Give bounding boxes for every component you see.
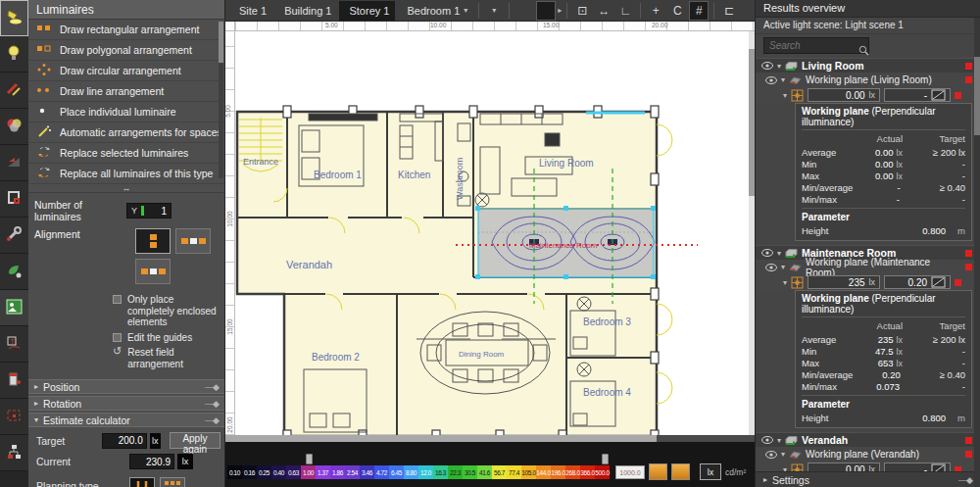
tree-value-row[interactable]: ▾0.00lx- bbox=[756, 462, 980, 471]
spotlight-tool-button[interactable] bbox=[0, 0, 28, 36]
tree-room-row[interactable]: ▾Living Room bbox=[756, 58, 980, 73]
panel-resize-handle[interactable]: ↔ bbox=[28, 184, 224, 193]
visibility-eye-icon[interactable] bbox=[761, 249, 773, 257]
target-input[interactable] bbox=[102, 433, 147, 449]
wrench-tool-button[interactable] bbox=[0, 218, 28, 254]
planning-type-grid-button[interactable] bbox=[160, 477, 185, 487]
scale-cell[interactable]: 16.3 bbox=[433, 465, 448, 479]
dimension-button[interactable]: ∟ bbox=[615, 1, 635, 21]
scale-max-input[interactable] bbox=[615, 465, 645, 479]
scale-cell[interactable]: 12.0 bbox=[418, 465, 433, 479]
visibility-eye-icon[interactable] bbox=[765, 264, 777, 271]
bulb-tool-button[interactable] bbox=[0, 36, 28, 73]
scale-cell[interactable]: 30.5 bbox=[463, 465, 477, 479]
planning-type-direct-button[interactable] bbox=[129, 477, 155, 487]
daylight-tool-button[interactable] bbox=[0, 145, 28, 181]
scale-min-handle[interactable] bbox=[306, 454, 313, 464]
section-position[interactable]: ▸Position—◆ bbox=[28, 379, 224, 394]
section-rotation[interactable]: ▸Rotation—◆ bbox=[28, 396, 224, 411]
canvas-horizontal-scrollbar[interactable] bbox=[225, 435, 755, 442]
tool-item-poly-arr[interactable]: Draw polygonal arrangement bbox=[28, 40, 224, 61]
move-button[interactable]: + bbox=[646, 1, 665, 21]
view-3d-button[interactable] bbox=[514, 1, 534, 21]
scale-cell[interactable]: 1.37 bbox=[316, 465, 330, 479]
scale-cell[interactable]: 22.3 bbox=[448, 465, 463, 479]
scale-cell[interactable]: 0.10 bbox=[227, 465, 242, 479]
tree-plane-row[interactable]: ▾Working plane (Living Room) bbox=[756, 73, 980, 87]
illuminance-summary-field[interactable]: 0.00lx bbox=[808, 88, 880, 102]
apply-again-button[interactable]: Apply again bbox=[170, 432, 220, 449]
expand-caret-icon[interactable]: ▾ bbox=[777, 249, 781, 258]
tab-bedroom-1[interactable]: Bedroom 1▾ bbox=[397, 1, 473, 21]
checkbox[interactable] bbox=[113, 333, 122, 342]
scale-cell[interactable]: 6.45 bbox=[389, 465, 404, 479]
option-reset-field-arrangement[interactable]: ↺Reset field arrangement bbox=[113, 347, 220, 369]
room-tool-button[interactable] bbox=[0, 181, 28, 218]
text-tool-button[interactable]: T bbox=[0, 326, 28, 363]
scale-cell[interactable]: 41.6 bbox=[477, 465, 492, 479]
pin-icon[interactable]: —◆ bbox=[958, 475, 972, 485]
tool-item-replace[interactable]: Replace all luminaires of this type bbox=[28, 164, 224, 184]
section-estimate-calculator[interactable]: ▾Estimate calculator—◆ bbox=[28, 413, 224, 427]
tree-room-row[interactable]: ▾Verandah bbox=[756, 432, 980, 447]
tree-plane-row[interactable]: ▾Working plane (Maintenance Room) bbox=[756, 260, 980, 274]
expand-caret-icon[interactable]: ▾ bbox=[781, 450, 785, 459]
pin-icon[interactable]: —◆ bbox=[205, 415, 219, 425]
option-checkbox-0[interactable]: Only place completely enclosed elements bbox=[113, 294, 220, 328]
tool-item-line-arr[interactable]: Draw line arrangement bbox=[28, 81, 224, 102]
scale-cell[interactable]: 268.0 bbox=[565, 465, 580, 479]
unit-cdm2-label[interactable]: cd/m² bbox=[725, 467, 746, 477]
zoom-extents-button[interactable]: ⊡ bbox=[572, 1, 592, 21]
tool-item-replace[interactable]: Replace selected luminaires bbox=[28, 143, 224, 164]
scale-cell[interactable]: 1.86 bbox=[330, 465, 345, 479]
settings-section-bar[interactable]: ▸ Settings —◆ bbox=[756, 471, 980, 487]
measure-button[interactable]: ↔ bbox=[594, 1, 613, 21]
scale-cell[interactable]: 0.25 bbox=[257, 465, 271, 479]
selection-tool-button[interactable] bbox=[0, 399, 28, 435]
tab-site-1[interactable]: Site 1 bbox=[229, 1, 272, 21]
grid-toggle-button[interactable]: # bbox=[689, 1, 709, 21]
current-input[interactable] bbox=[129, 454, 174, 469]
scale-cell[interactable]: 3.46 bbox=[360, 465, 374, 479]
visibility-eye-icon[interactable] bbox=[765, 451, 777, 459]
floor-plan-viewport[interactable]: Entrance Bedroom 1 Kitchen Washroom Livi… bbox=[235, 31, 755, 435]
scale-cell[interactable]: 105.0 bbox=[521, 465, 536, 479]
tree-value-row[interactable]: ▾235lx0.20 bbox=[756, 274, 980, 290]
expand-caret-icon[interactable]: ▾ bbox=[783, 91, 787, 100]
illuminance-summary-field[interactable]: 0.00lx bbox=[808, 463, 880, 471]
scale-cell[interactable]: 0.63 bbox=[286, 465, 301, 479]
colour-tools-button[interactable] bbox=[0, 109, 28, 145]
scale-cell[interactable]: 1.00 bbox=[301, 465, 316, 479]
checkbox[interactable] bbox=[113, 295, 122, 304]
view-plan-button[interactable] bbox=[536, 1, 556, 21]
tool-item-rect-arr[interactable]: Draw rectangular arrangement bbox=[28, 20, 224, 40]
tree-plane-row[interactable]: ▾Working plane (Verandah) bbox=[756, 447, 980, 462]
uniformity-summary-field[interactable]: - bbox=[884, 88, 951, 102]
tools-scrollbar[interactable] bbox=[219, 22, 223, 178]
scale-cell[interactable]: 77.4 bbox=[507, 465, 521, 479]
visibility-eye-icon[interactable] bbox=[765, 76, 777, 84]
scale-cell[interactable]: 2.54 bbox=[345, 465, 360, 479]
pin-icon[interactable]: —◆ bbox=[205, 399, 219, 409]
results-scrollbar[interactable] bbox=[974, 18, 980, 487]
tab-building-1[interactable]: Building 1 bbox=[274, 1, 337, 21]
scale-cell[interactable]: 196.0 bbox=[551, 465, 565, 479]
scale-max-handle[interactable] bbox=[602, 454, 609, 464]
section-view-button[interactable]: ⊏ bbox=[719, 1, 739, 21]
expand-caret-icon[interactable]: ▾ bbox=[783, 278, 787, 287]
unit-lx-button[interactable]: lx bbox=[700, 463, 721, 480]
uniformity-summary-field[interactable]: - bbox=[884, 463, 951, 471]
expand-caret-icon[interactable]: ▾ bbox=[781, 75, 785, 84]
uniformity-summary-field[interactable]: 0.20 bbox=[884, 275, 951, 289]
scale-cell[interactable]: 366.0 bbox=[580, 465, 595, 479]
tool-item-wand[interactable]: Automatic arrangements for spaces bbox=[28, 122, 224, 143]
expand-caret-icon[interactable]: ▾ bbox=[777, 62, 781, 71]
option-checkbox-1[interactable]: Edit the guides bbox=[113, 332, 220, 344]
render-tool-button[interactable] bbox=[0, 290, 28, 326]
tab-storey-1[interactable]: Storey 1 bbox=[339, 1, 395, 21]
draw-tools-button[interactable] bbox=[0, 73, 28, 109]
scale-cell[interactable]: 144.0 bbox=[536, 465, 551, 479]
alignment-horizontal-button[interactable] bbox=[175, 228, 211, 254]
rotate-button[interactable]: C bbox=[667, 1, 687, 21]
column-tool-button[interactable] bbox=[0, 363, 28, 399]
